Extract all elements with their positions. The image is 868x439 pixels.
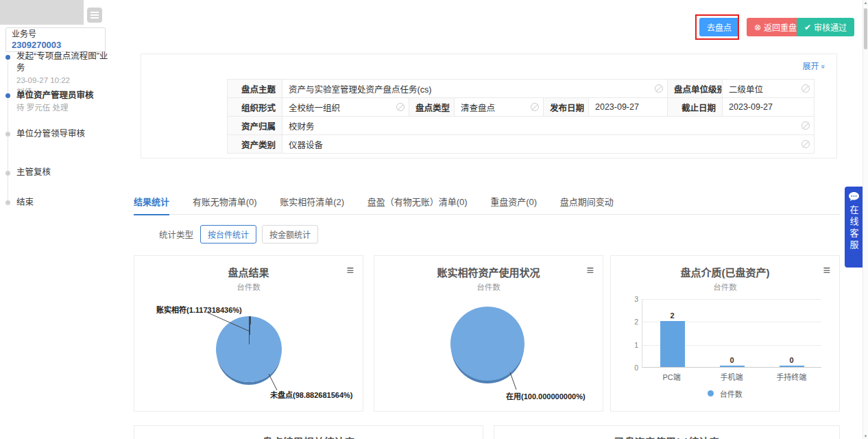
bar-slot-pc: 2 [642, 311, 702, 367]
tab-book-no-item-list[interactable]: 有账无物清单(0) [193, 195, 257, 214]
bar-category-label: 手机端 [701, 371, 761, 382]
stat-by-amount-button[interactable]: 按金额统计 [262, 225, 318, 244]
bar-mobile [720, 366, 745, 367]
timeline-dot-step4 [5, 171, 10, 176]
stat-type-label: 统计类型 [159, 228, 193, 241]
expand-label: 展开 [803, 62, 819, 71]
chart-card-inventory-medium: 盘点介质(已盘资产) ≡ 台件数 3210 2 0 0 PC端 手机端 手持终端… [610, 255, 840, 412]
locked-icon [531, 103, 539, 111]
deadline-value: 2023-09-27 [723, 98, 815, 117]
unit-level-label: 盘点单位级别 [668, 80, 723, 98]
timeline-dot-step1 [5, 55, 10, 60]
bar-value-label: 2 [670, 311, 674, 320]
approve-label: 审核通过 [814, 21, 847, 33]
timeline-dot-step5 [5, 200, 10, 205]
bar-pc [660, 321, 685, 367]
return-recount-button[interactable]: ⊗ 返回重盘 [747, 18, 804, 36]
asset-belong-label: 资产归属 [228, 117, 282, 135]
locked-icon [801, 84, 810, 93]
bar-category-label: PC端 [642, 371, 701, 382]
tab-matched-list[interactable]: 账实相符清单(2) [280, 195, 344, 214]
bar-value-label: 0 [730, 356, 734, 364]
table-row: 盘点主题 资产与实验室管理处资产盘点任务(cs) 盘点单位级别 二级单位 [228, 80, 815, 98]
business-number-value: 2309270003 [12, 40, 99, 51]
step-title: 结束 [16, 197, 114, 209]
business-number-box: 业务号 2309270003 [5, 27, 106, 52]
scrollbar-thumb[interactable] [864, 8, 867, 49]
pie-slice-label-in-use: 在用(100.000000000%) [506, 390, 586, 401]
locked-icon [655, 84, 663, 93]
bar-category-label: 手持终端 [762, 371, 821, 382]
go-inventory-label: 去盘点 [707, 21, 732, 33]
legend-label: 台件数 [720, 390, 743, 399]
scrollbar-up-arrow[interactable]: ▲ [863, 1, 868, 5]
table-row: 资产归属 校财务 [228, 117, 815, 135]
online-customer-service-widget[interactable]: 在线客服 [845, 187, 863, 268]
deadline-label: 截止日期 [668, 98, 723, 117]
tab-recount-assets[interactable]: 重盘资产(0) [490, 195, 537, 214]
step-title: 单位分管领导审核 [16, 128, 114, 140]
sidebar-header-mask [0, 0, 84, 25]
step-title: 单位资产管理员审核 [16, 90, 114, 102]
stat-by-count-button[interactable]: 按台件统计 [200, 225, 256, 244]
go-inventory-button[interactable]: 去盘点 [699, 18, 739, 36]
hamburger-icon [91, 14, 99, 16]
topic-value: 资产与实验室管理处资产盘点任务(cs) [282, 80, 668, 98]
circle-x-icon: ⊗ [754, 23, 761, 32]
locked-icon [801, 121, 810, 130]
unit-level-value: 二级单位 [723, 80, 815, 98]
workflow-step-end: 结束 [16, 197, 114, 209]
bar-legend: 台件数 [611, 388, 839, 399]
bottom-card-counted-assets: 已盘资产使用(2)统计表 [494, 425, 840, 439]
scrollbar-down-arrow[interactable]: ▼ [863, 434, 868, 438]
bar-slot-mobile: 0 [702, 356, 762, 367]
chart-card-usage-status: 账实相符资产使用状况 ≡ 台件数 在用(100.000000000%) [374, 255, 603, 412]
workflow-step-unit-admin-review: 单位资产管理员审核 待 罗元伍 处理 [16, 90, 114, 113]
publish-date-value: 2023-09-27 [589, 98, 668, 117]
asset-belong-value: 校财务 [282, 117, 815, 135]
bar-value-label: 0 [789, 356, 793, 364]
chart-menu-icon[interactable]: ≡ [823, 264, 830, 276]
step-pending: 待 罗元伍 处理 [16, 103, 114, 113]
tab-result-stats[interactable]: 结果统计 [134, 195, 169, 215]
publish-date-label: 发布日期 [544, 98, 589, 117]
chart-menu-icon[interactable]: ≡ [346, 264, 354, 276]
business-number-label: 业务号 [12, 29, 99, 40]
expand-link[interactable]: 展开 » [803, 60, 825, 71]
approve-button[interactable]: ✔ 审核通过 [797, 18, 854, 36]
bar-handheld [780, 366, 804, 367]
asset-category-value: 仪器设备 [282, 135, 815, 154]
chevron-down-icon: » [819, 64, 828, 69]
chart-card-inventory-result: 盘点结果 ≡ 台件数 账实相符(1.117318436%) 未盘点(98.882… [134, 255, 363, 412]
chart-subtitle: 台件数 [134, 281, 363, 292]
sidebar-collapse-button[interactable] [87, 8, 102, 23]
tab-surplus-list[interactable]: 盘盈（有物无账）清单(0) [367, 195, 468, 214]
stat-type-row: 统计类型 按台件统计 按金额统计 [159, 225, 318, 244]
inventory-task-panel: 展开 » 盘点主题 资产与实验室管理处资产盘点任务(cs) 盘点单位级别 二级单… [141, 54, 837, 158]
return-recount-label: 返回重盘 [764, 21, 797, 33]
inventory-type-value: 清查盘点 [455, 98, 544, 117]
chat-bubble-icon [849, 192, 859, 201]
workflow-step-unit-leader-review: 单位分管领导审核 [16, 128, 114, 140]
topic-label: 盘点主题 [228, 80, 282, 98]
inventory-form-table: 盘点主题 资产与实验室管理处资产盘点任务(cs) 盘点单位级别 二级单位 组织形… [227, 79, 815, 154]
timeline-line [8, 58, 8, 202]
timeline-dot-step2 [5, 93, 10, 98]
inventory-type-label: 盘点类型 [409, 98, 455, 117]
bar-slot-handheld: 0 [762, 356, 821, 367]
asset-category-label: 资产类别 [228, 135, 282, 154]
workflow-step-supervisor-recheck: 主管复核 [16, 167, 114, 178]
step-time: 23-09-27 10:22 [16, 75, 114, 86]
bar-y-axis: 3210 [620, 295, 638, 372]
bottom-card-title: 已盘资产使用(2)统计表 [494, 434, 839, 439]
chart-subtitle: 台件数 [374, 281, 603, 292]
bottom-card-title: 盘点结果相关统计表 [134, 434, 483, 439]
step-title: 主管复核 [16, 167, 114, 178]
chart-title: 账实相符资产使用状况 [374, 265, 603, 279]
chart-subtitle: 台件数 [611, 281, 839, 292]
chart-menu-icon[interactable]: ≡ [586, 264, 594, 276]
pie-slice-label-uncounted: 未盘点(98.882681564%) [270, 389, 352, 400]
tab-period-changes[interactable]: 盘点期间变动 [560, 195, 614, 214]
page-scrollbar: ▲ ▼ [863, 0, 868, 439]
table-row: 组织形式 全校统一组织 盘点类型 清查盘点 发布日期 2023-09-27 截止… [228, 98, 815, 117]
